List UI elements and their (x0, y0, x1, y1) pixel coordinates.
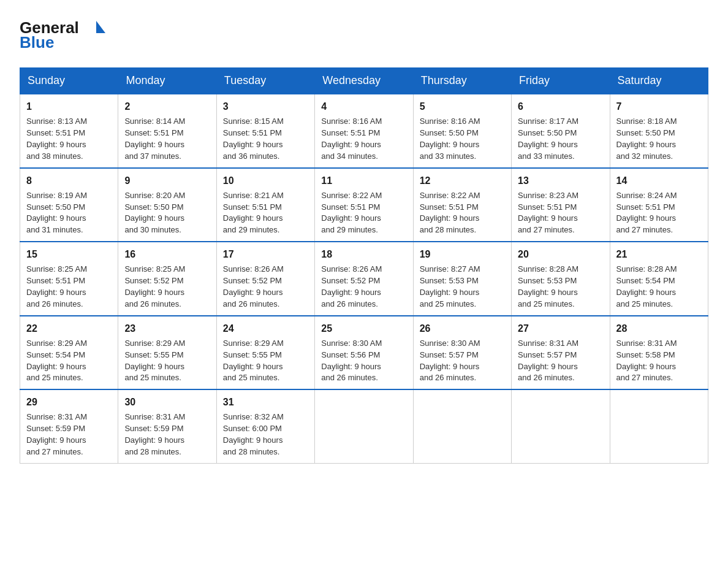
day-info: Sunrise: 8:22 AMSunset: 5:51 PMDaylight:… (321, 190, 406, 236)
week-row-1: 1Sunrise: 8:13 AMSunset: 5:51 PMDaylight… (20, 94, 708, 168)
day-cell: 26Sunrise: 8:30 AMSunset: 5:57 PMDayligh… (413, 316, 511, 390)
day-info: Sunrise: 8:28 AMSunset: 5:53 PMDaylight:… (518, 264, 603, 310)
day-info: Sunrise: 8:17 AMSunset: 5:50 PMDaylight:… (518, 116, 603, 162)
day-info: Sunrise: 8:24 AMSunset: 5:51 PMDaylight:… (616, 190, 702, 236)
logo-svg: General Blue (20, 15, 118, 52)
day-info: Sunrise: 8:32 AMSunset: 6:00 PMDaylight:… (223, 412, 308, 458)
day-number: 12 (420, 174, 505, 188)
day-number: 6 (518, 99, 603, 113)
day-number: 14 (616, 174, 702, 188)
day-info: Sunrise: 8:31 AMSunset: 5:57 PMDaylight:… (518, 338, 603, 384)
day-cell: 21Sunrise: 8:28 AMSunset: 5:54 PMDayligh… (610, 242, 708, 316)
day-cell (413, 389, 511, 463)
day-cell: 19Sunrise: 8:27 AMSunset: 5:53 PMDayligh… (413, 242, 511, 316)
day-cell: 25Sunrise: 8:30 AMSunset: 5:56 PMDayligh… (315, 316, 413, 390)
day-cell: 12Sunrise: 8:22 AMSunset: 5:51 PMDayligh… (413, 168, 511, 242)
day-cell: 24Sunrise: 8:29 AMSunset: 5:55 PMDayligh… (216, 316, 314, 390)
day-info: Sunrise: 8:31 AMSunset: 5:59 PMDaylight:… (124, 412, 210, 458)
day-info: Sunrise: 8:23 AMSunset: 5:51 PMDaylight:… (518, 190, 603, 236)
day-cell: 17Sunrise: 8:26 AMSunset: 5:52 PMDayligh… (216, 242, 314, 316)
week-row-5: 29Sunrise: 8:31 AMSunset: 5:59 PMDayligh… (20, 389, 708, 463)
day-cell: 16Sunrise: 8:25 AMSunset: 5:52 PMDayligh… (118, 242, 216, 316)
day-info: Sunrise: 8:13 AMSunset: 5:51 PMDaylight:… (26, 116, 112, 162)
svg-text:Blue: Blue (20, 33, 54, 52)
weekday-header-wednesday: Wednesday (315, 68, 413, 94)
weekday-header-tuesday: Tuesday (216, 68, 314, 94)
day-cell (315, 389, 413, 463)
day-number: 11 (321, 174, 406, 188)
day-info: Sunrise: 8:25 AMSunset: 5:51 PMDaylight:… (26, 264, 112, 310)
day-number: 28 (616, 321, 702, 335)
day-number: 24 (223, 321, 308, 335)
day-info: Sunrise: 8:16 AMSunset: 5:50 PMDaylight:… (420, 116, 505, 162)
weekday-header-row: SundayMondayTuesdayWednesdayThursdayFrid… (20, 68, 708, 94)
day-info: Sunrise: 8:25 AMSunset: 5:52 PMDaylight:… (124, 264, 210, 310)
weekday-header-monday: Monday (118, 68, 216, 94)
day-info: Sunrise: 8:29 AMSunset: 5:55 PMDaylight:… (124, 338, 210, 384)
day-cell: 5Sunrise: 8:16 AMSunset: 5:50 PMDaylight… (413, 94, 511, 168)
day-info: Sunrise: 8:30 AMSunset: 5:57 PMDaylight:… (420, 338, 505, 384)
day-cell: 31Sunrise: 8:32 AMSunset: 6:00 PMDayligh… (216, 389, 314, 463)
week-row-2: 8Sunrise: 8:19 AMSunset: 5:50 PMDaylight… (20, 168, 708, 242)
day-number: 26 (420, 321, 505, 335)
day-number: 20 (518, 247, 603, 261)
day-info: Sunrise: 8:19 AMSunset: 5:50 PMDaylight:… (26, 190, 112, 236)
day-number: 25 (321, 321, 406, 335)
day-number: 17 (223, 247, 308, 261)
week-row-3: 15Sunrise: 8:25 AMSunset: 5:51 PMDayligh… (20, 242, 708, 316)
day-number: 18 (321, 247, 406, 261)
day-number: 13 (518, 174, 603, 188)
day-info: Sunrise: 8:31 AMSunset: 5:58 PMDaylight:… (616, 338, 702, 384)
day-cell: 4Sunrise: 8:16 AMSunset: 5:51 PMDaylight… (315, 94, 413, 168)
day-cell: 15Sunrise: 8:25 AMSunset: 5:51 PMDayligh… (20, 242, 118, 316)
weekday-header-sunday: Sunday (20, 68, 118, 94)
day-number: 7 (616, 99, 702, 113)
day-cell: 20Sunrise: 8:28 AMSunset: 5:53 PMDayligh… (512, 242, 610, 316)
day-cell: 27Sunrise: 8:31 AMSunset: 5:57 PMDayligh… (512, 316, 610, 390)
day-cell (512, 389, 610, 463)
day-info: Sunrise: 8:26 AMSunset: 5:52 PMDaylight:… (321, 264, 406, 310)
day-number: 2 (124, 99, 210, 113)
day-info: Sunrise: 8:29 AMSunset: 5:55 PMDaylight:… (223, 338, 308, 384)
day-cell: 11Sunrise: 8:22 AMSunset: 5:51 PMDayligh… (315, 168, 413, 242)
day-cell: 10Sunrise: 8:21 AMSunset: 5:51 PMDayligh… (216, 168, 314, 242)
day-number: 9 (124, 174, 210, 188)
day-cell: 2Sunrise: 8:14 AMSunset: 5:51 PMDaylight… (118, 94, 216, 168)
day-info: Sunrise: 8:22 AMSunset: 5:51 PMDaylight:… (420, 190, 505, 236)
day-number: 4 (321, 99, 406, 113)
day-number: 31 (223, 395, 308, 409)
day-cell (610, 389, 708, 463)
calendar-table: SundayMondayTuesdayWednesdayThursdayFrid… (20, 67, 708, 464)
day-number: 29 (26, 395, 112, 409)
day-number: 8 (26, 174, 112, 188)
day-number: 15 (26, 247, 112, 261)
day-info: Sunrise: 8:27 AMSunset: 5:53 PMDaylight:… (420, 264, 505, 310)
day-number: 23 (124, 321, 210, 335)
day-info: Sunrise: 8:28 AMSunset: 5:54 PMDaylight:… (616, 264, 702, 310)
day-cell: 1Sunrise: 8:13 AMSunset: 5:51 PMDaylight… (20, 94, 118, 168)
day-cell: 18Sunrise: 8:26 AMSunset: 5:52 PMDayligh… (315, 242, 413, 316)
page-header: General Blue (20, 15, 708, 56)
day-cell: 29Sunrise: 8:31 AMSunset: 5:59 PMDayligh… (20, 389, 118, 463)
day-info: Sunrise: 8:31 AMSunset: 5:59 PMDaylight:… (26, 412, 112, 458)
day-number: 3 (223, 99, 308, 113)
day-info: Sunrise: 8:14 AMSunset: 5:51 PMDaylight:… (124, 116, 210, 162)
day-number: 21 (616, 247, 702, 261)
logo: General Blue (20, 15, 118, 56)
day-number: 5 (420, 99, 505, 113)
day-cell: 7Sunrise: 8:18 AMSunset: 5:50 PMDaylight… (610, 94, 708, 168)
day-number: 16 (124, 247, 210, 261)
day-info: Sunrise: 8:18 AMSunset: 5:50 PMDaylight:… (616, 116, 702, 162)
day-cell: 9Sunrise: 8:20 AMSunset: 5:50 PMDaylight… (118, 168, 216, 242)
weekday-header-saturday: Saturday (610, 68, 708, 94)
day-cell: 8Sunrise: 8:19 AMSunset: 5:50 PMDaylight… (20, 168, 118, 242)
weekday-header-friday: Friday (512, 68, 610, 94)
weekday-header-thursday: Thursday (413, 68, 511, 94)
day-info: Sunrise: 8:26 AMSunset: 5:52 PMDaylight:… (223, 264, 308, 310)
day-info: Sunrise: 8:30 AMSunset: 5:56 PMDaylight:… (321, 338, 406, 384)
day-cell: 28Sunrise: 8:31 AMSunset: 5:58 PMDayligh… (610, 316, 708, 390)
day-number: 22 (26, 321, 112, 335)
day-info: Sunrise: 8:20 AMSunset: 5:50 PMDaylight:… (124, 190, 210, 236)
day-cell: 30Sunrise: 8:31 AMSunset: 5:59 PMDayligh… (118, 389, 216, 463)
day-cell: 23Sunrise: 8:29 AMSunset: 5:55 PMDayligh… (118, 316, 216, 390)
